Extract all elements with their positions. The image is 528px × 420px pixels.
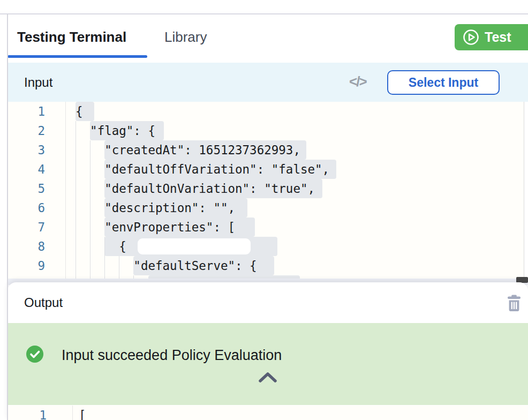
line-number: 9 [7, 256, 45, 275]
code-line: 2 "flag": { [7, 121, 524, 140]
test-button-label: Test [485, 29, 511, 45]
line-number: 3 [7, 140, 45, 160]
chevron-up-icon [257, 371, 278, 384]
code-text: [ [79, 406, 86, 420]
input-panel-header: Input </> Select Input [7, 63, 528, 102]
code-line: 1{ [7, 102, 524, 121]
inline-widget [138, 238, 251, 254]
line-number: 8 [7, 237, 45, 256]
code-text: "envProperties": [ [76, 218, 235, 237]
clear-output-button[interactable] [507, 295, 522, 312]
collapse-output-button[interactable] [256, 370, 280, 385]
code-text: "flag": { [76, 121, 155, 140]
line-number: 7 [7, 218, 45, 237]
left-divider [7, 14, 8, 420]
code-line: 8 { [7, 237, 524, 256]
line-number: 2 [7, 121, 45, 140]
code-text: { [76, 102, 83, 121]
top-divider [0, 13, 528, 14]
code-text: "defaultServe": { [76, 256, 257, 275]
code-line: 6 "description": "", [7, 198, 524, 218]
code-line: 1[ [7, 406, 528, 420]
code-text: { [76, 237, 126, 256]
scrollbar-track-border [524, 102, 524, 280]
select-input-button[interactable]: Select Input [387, 70, 500, 95]
code-line: 9 "defaultServe": { [7, 256, 524, 275]
test-button[interactable]: Test [455, 24, 528, 50]
code-line: 3 "createdAt": 1651237362993, [7, 140, 524, 160]
line-number: 5 [7, 179, 45, 198]
code-slash-icon[interactable]: </> [349, 63, 366, 102]
input-panel-title: Input [24, 63, 52, 102]
code-text: "description": "", [76, 198, 235, 218]
input-code-editor[interactable]: 1{2 "flag": {3 "createdAt": 165123736299… [7, 102, 524, 284]
check-circle-icon [26, 345, 44, 363]
trash-icon [507, 295, 522, 312]
output-panel: Output Input succeeded Policy Evaluation [7, 282, 528, 420]
line-number: 6 [7, 198, 45, 218]
code-line: 4 "defaultOffVariation": "false", [7, 160, 524, 179]
line-number: 4 [7, 160, 45, 179]
code-text: "defaultOnVariation": "true", [76, 179, 315, 198]
tab-library[interactable]: Library [164, 29, 207, 46]
line-number: 1 [7, 102, 45, 121]
code-line: 7 "envProperties": [ [7, 218, 524, 237]
code-line: 5 "defaultOnVariation": "true", [7, 179, 524, 198]
code-text: "createdAt": 1651237362993, [76, 140, 300, 160]
code-text: "defaultOffVariation": "false", [76, 160, 329, 179]
active-tab-underline [7, 55, 147, 58]
tab-testing-terminal[interactable]: Testing Terminal [17, 29, 126, 46]
success-banner: Input succeeded Policy Evaluation [7, 323, 528, 405]
output-panel-title: Output [24, 282, 63, 323]
output-code-editor[interactable]: 1[ [7, 406, 528, 420]
play-circle-icon [463, 29, 479, 46]
line-number: 1 [7, 406, 47, 420]
testing-terminal-screen: Testing Terminal Library Test Input </> … [0, 0, 528, 420]
success-message: Input succeeded Policy Evaluation [62, 323, 282, 387]
